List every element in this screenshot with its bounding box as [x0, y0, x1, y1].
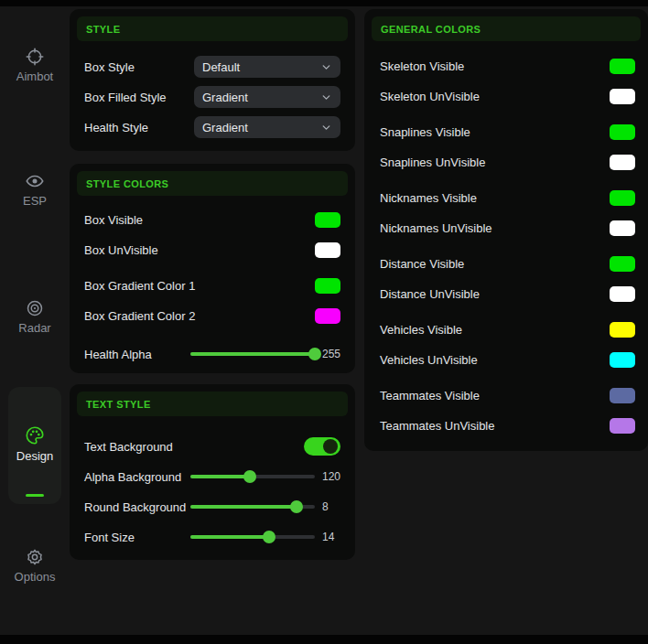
color-swatch[interactable]: [610, 388, 635, 403]
color-row-label: Box Gradient Color 1: [84, 279, 315, 293]
box-gradient-color-1-row: Box Gradient Color 1: [84, 278, 340, 294]
health-style-row: Health Style Gradient: [84, 116, 340, 138]
slider-value: 255: [322, 348, 340, 360]
sidebar-item-esp[interactable]: ESP: [0, 172, 70, 208]
color-swatch[interactable]: [610, 286, 635, 302]
chevron-down-icon: [320, 122, 332, 134]
color-swatch[interactable]: [315, 308, 340, 324]
color-row-label: Teammates UnVisible: [380, 419, 610, 433]
dropdown-value: Gradient: [202, 91, 320, 104]
color-row-label: Snaplines Visible: [380, 125, 610, 139]
general-colors-panel-header: GENERAL COLORS: [372, 16, 641, 41]
box-style-dropdown[interactable]: Default: [194, 56, 340, 78]
health-style-dropdown[interactable]: Gradient: [194, 116, 340, 138]
slider-value: 14: [322, 531, 340, 543]
color-swatch[interactable]: [610, 322, 635, 338]
text-background-row: Text Background: [84, 437, 340, 456]
color-swatch[interactable]: [610, 418, 635, 434]
color-row-label: Skeleton UnVisible: [380, 90, 610, 103]
sidebar-item-label: Radar: [18, 321, 50, 335]
toggle-knob: [323, 439, 338, 454]
panel-title: TEXT STYLE: [86, 399, 151, 410]
gear-icon: [26, 548, 44, 566]
top-window-strip: [0, 0, 648, 6]
dropdown-value: Default: [202, 60, 320, 74]
round-background-slider[interactable]: [190, 505, 315, 509]
palette-icon: [25, 425, 45, 445]
slider-label: Font Size: [84, 531, 190, 544]
color-swatch[interactable]: [610, 59, 635, 74]
color-row-label: Snaplines UnVisible: [380, 156, 610, 169]
general-color-row: Teammates Visible: [380, 388, 635, 403]
color-row-label: Box UnVisible: [84, 243, 315, 257]
general-color-row: Vehicles Visible: [380, 322, 635, 338]
bottom-window-strip: [0, 635, 648, 644]
color-swatch[interactable]: [610, 124, 635, 140]
slider-thumb[interactable]: [263, 531, 275, 543]
slider-value: 8: [322, 500, 340, 513]
dropdown-value: Gradient: [202, 121, 320, 134]
radar-icon: [26, 299, 44, 317]
box-visible-row: Box Visible: [84, 212, 340, 228]
color-swatch[interactable]: [610, 89, 635, 104]
color-swatch[interactable]: [610, 155, 635, 170]
box-style-row: Box Style Default: [84, 56, 340, 78]
general-color-row: Skeleton Visible: [380, 59, 635, 74]
general-color-row: Snaplines Visible: [380, 124, 635, 140]
box-filled-style-dropdown[interactable]: Gradient: [194, 86, 340, 108]
slider-thumb[interactable]: [243, 470, 256, 483]
color-swatch[interactable]: [610, 256, 635, 272]
color-row-label: Nicknames Visible: [380, 191, 610, 205]
color-row-label: Vehicles UnVisible: [380, 353, 610, 367]
health-style-label: Health Style: [84, 121, 194, 134]
color-row-label: Skeleton Visible: [380, 59, 610, 73]
sidebar-item-aimbot[interactable]: Aimbot: [0, 48, 70, 83]
color-row-label: Teammates Visible: [380, 389, 610, 402]
sidebar-item-label: Options: [15, 570, 56, 584]
color-swatch[interactable]: [610, 352, 635, 368]
style-colors-panel-header: STYLE COLORS: [77, 171, 348, 196]
slider-label: Alpha Background: [84, 470, 190, 484]
general-color-row: Teammates UnVisible: [380, 418, 635, 434]
slider-label: Health Alpha: [84, 348, 190, 361]
alpha-background-slider[interactable]: [190, 475, 315, 478]
general-color-row: Nicknames Visible: [380, 190, 635, 206]
sidebar-item-label: ESP: [23, 194, 47, 208]
health-alpha-slider[interactable]: [190, 352, 315, 356]
sidebar-item-options[interactable]: Options: [0, 548, 70, 584]
box-filled-style-label: Box Filled Style: [84, 91, 194, 104]
slider-thumb[interactable]: [308, 348, 321, 360]
active-tab-indicator: [26, 494, 44, 497]
style-colors-panel: STYLE COLORS Box Visible Box UnVisible B…: [70, 164, 355, 373]
general-colors-panel: GENERAL COLORS Skeleton Visible Skeleton…: [364, 9, 648, 451]
slider-label: Round Background: [84, 500, 190, 514]
style-panel-header: STYLE: [77, 16, 348, 41]
text-background-toggle[interactable]: [304, 437, 340, 456]
color-row-label: Nicknames UnVisible: [380, 221, 610, 235]
general-color-row: Nicknames UnVisible: [380, 220, 635, 236]
sidebar-item-label: Design: [16, 449, 53, 463]
color-swatch[interactable]: [315, 212, 340, 228]
chevron-down-icon: [320, 91, 332, 103]
color-row-label: Box Visible: [84, 213, 315, 227]
round-background-row: Round Background 8: [84, 498, 340, 516]
color-row-label: Distance Visible: [380, 257, 610, 271]
general-color-row: Snaplines UnVisible: [380, 155, 635, 170]
text-style-panel-header: TEXT STYLE: [77, 392, 348, 416]
color-swatch[interactable]: [610, 220, 635, 236]
font-size-slider[interactable]: [190, 535, 315, 539]
color-swatch[interactable]: [315, 242, 340, 258]
color-swatch[interactable]: [610, 190, 635, 206]
slider-thumb[interactable]: [290, 500, 303, 513]
color-row-label: Vehicles Visible: [380, 323, 610, 337]
sidebar-item-design[interactable]: Design: [8, 387, 61, 504]
general-color-row: Distance Visible: [380, 256, 635, 272]
sidebar-item-radar[interactable]: Radar: [0, 299, 70, 335]
color-swatch[interactable]: [315, 278, 340, 294]
box-gradient-color-2-row: Box Gradient Color 2: [84, 308, 340, 324]
panel-title: STYLE: [86, 24, 120, 35]
panel-title: GENERAL COLORS: [381, 24, 481, 35]
panel-title: STYLE COLORS: [86, 178, 168, 189]
chevron-down-icon: [320, 61, 332, 73]
color-row-label: Box Gradient Color 2: [84, 309, 315, 323]
